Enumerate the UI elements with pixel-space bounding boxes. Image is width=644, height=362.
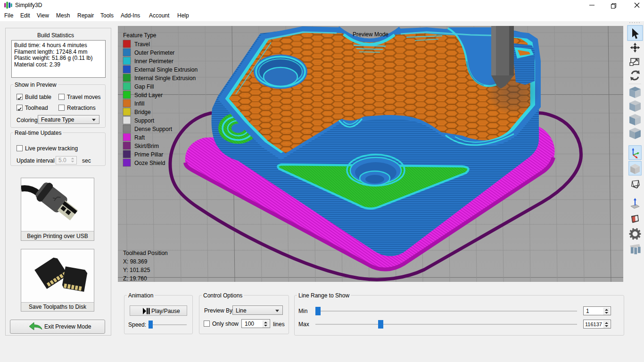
svg-text:Prime Pillar: Prime Pillar [134, 151, 163, 158]
svg-text:External Single Extrusion: External Single Extrusion [134, 66, 198, 73]
svg-text:Raft: Raft [134, 134, 145, 141]
svg-text:Dense Support: Dense Support [134, 126, 173, 132]
svg-text:Feature Type: Feature Type [123, 32, 157, 39]
svg-text:Support: Support [134, 117, 155, 124]
svg-text:Infill: Infill [134, 100, 144, 107]
svg-text:Solid Layer: Solid Layer [134, 92, 163, 99]
svg-text:Preview Mode: Preview Mode [353, 31, 388, 38]
svg-text:Bridge: Bridge [134, 109, 151, 115]
svg-text:Travel: Travel [134, 41, 150, 48]
svg-text:Skirt/Brim: Skirt/Brim [134, 143, 159, 149]
svg-text:Toolhead Position: Toolhead Position [123, 250, 168, 256]
svg-text:X: 98.369: X: 98.369 [123, 258, 148, 265]
svg-text:Z: 19.760: Z: 19.760 [123, 275, 147, 282]
svg-text:Y: 101.825: Y: 101.825 [123, 267, 150, 273]
svg-text:Internal Single Extrusion: Internal Single Extrusion [134, 75, 196, 82]
svg-text:Gap Fill: Gap Fill [134, 83, 154, 90]
svg-text:Inner Perimeter: Inner Perimeter [134, 58, 173, 65]
svg-text:Outer Perimeter: Outer Perimeter [134, 49, 174, 56]
svg-text:Ooze Shield: Ooze Shield [134, 160, 165, 166]
